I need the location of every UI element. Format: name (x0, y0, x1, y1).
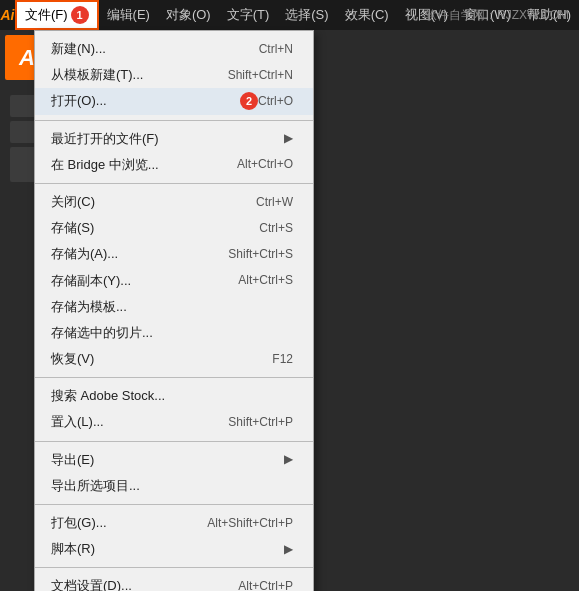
menu-save-as[interactable]: 存储为(A)... Shift+Ctrl+S (35, 241, 313, 267)
menu-section-1: 新建(N)... Ctrl+N 从模板新建(T)... Shift+Ctrl+N… (35, 34, 313, 117)
watermark-text: 软件自学网：RJZXW.COM (425, 7, 569, 24)
menu-scripts[interactable]: 脚本(R) ▶ (35, 536, 313, 562)
menu-browse-bridge[interactable]: 在 Bridge 中浏览... Alt+Ctrl+O (35, 152, 313, 178)
menu-export-selected[interactable]: 导出所选项目... (35, 473, 313, 499)
menu-close[interactable]: 关闭(C) Ctrl+W (35, 189, 313, 215)
menu-section-2: 最近打开的文件(F) ▶ 在 Bridge 中浏览... Alt+Ctrl+O (35, 124, 313, 180)
menu-section-4: 搜索 Adobe Stock... 置入(L)... Shift+Ctrl+P (35, 381, 313, 437)
menu-doc-settings[interactable]: 文档设置(D)... Alt+Ctrl+P (35, 573, 313, 591)
menu-revert[interactable]: 恢复(V) F12 (35, 346, 313, 372)
menu-package[interactable]: 打包(G)... Alt+Shift+Ctrl+P (35, 510, 313, 536)
menu-save-slices[interactable]: 存储选中的切片... (35, 320, 313, 346)
divider-2 (35, 183, 313, 184)
menu-new-from-template[interactable]: 从模板新建(T)... Shift+Ctrl+N (35, 62, 313, 88)
menu-item-object[interactable]: 对象(O) (158, 0, 219, 30)
menu-item-effect[interactable]: 效果(C) (337, 0, 397, 30)
menu-place[interactable]: 置入(L)... Shift+Ctrl+P (35, 409, 313, 435)
menu-section-6: 打包(G)... Alt+Shift+Ctrl+P 脚本(R) ▶ (35, 508, 313, 564)
menu-section-7: 文档设置(D)... Alt+Ctrl+P 文档颜色模式(M) ▶ 文件信息(I… (35, 571, 313, 591)
app-logo-small: Ai (0, 0, 15, 30)
menu-bar: 文件(F) 1 编辑(E) 对象(O) 文字(T) 选择(S) 效果(C) 视图… (15, 0, 579, 30)
menu-section-3: 关闭(C) Ctrl+W 存储(S) Ctrl+S 存储为(A)... Shif… (35, 187, 313, 374)
open-badge: 2 (240, 92, 258, 110)
divider-5 (35, 504, 313, 505)
top-bar: Ai 文件(F) 1 编辑(E) 对象(O) 文字(T) 选择(S) 效果(C)… (0, 0, 579, 30)
divider-1 (35, 120, 313, 121)
menu-save-template[interactable]: 存储为模板... (35, 294, 313, 320)
menu-item-file[interactable]: 文件(F) 1 (15, 0, 99, 30)
dropdown-menu: 新建(N)... Ctrl+N 从模板新建(T)... Shift+Ctrl+N… (34, 30, 314, 591)
menu-save[interactable]: 存储(S) Ctrl+S (35, 215, 313, 241)
divider-6 (35, 567, 313, 568)
file-dropdown: 新建(N)... Ctrl+N 从模板新建(T)... Shift+Ctrl+N… (34, 30, 314, 591)
menu-section-5: 导出(E) ▶ 导出所选项目... (35, 445, 313, 501)
menu-export[interactable]: 导出(E) ▶ (35, 447, 313, 473)
menu-new[interactable]: 新建(N)... Ctrl+N (35, 36, 313, 62)
menu-save-copy[interactable]: 存储副本(Y)... Alt+Ctrl+S (35, 268, 313, 294)
file-menu-badge: 1 (71, 6, 89, 24)
divider-4 (35, 441, 313, 442)
menu-item-edit[interactable]: 编辑(E) (99, 0, 158, 30)
menu-adobe-stock[interactable]: 搜索 Adobe Stock... (35, 383, 313, 409)
menu-recent-files[interactable]: 最近打开的文件(F) ▶ (35, 126, 313, 152)
menu-item-text[interactable]: 文字(T) (219, 0, 278, 30)
divider-3 (35, 377, 313, 378)
menu-item-select[interactable]: 选择(S) (277, 0, 336, 30)
menu-open[interactable]: 打开(O)... 2 Ctrl+O (35, 88, 313, 114)
